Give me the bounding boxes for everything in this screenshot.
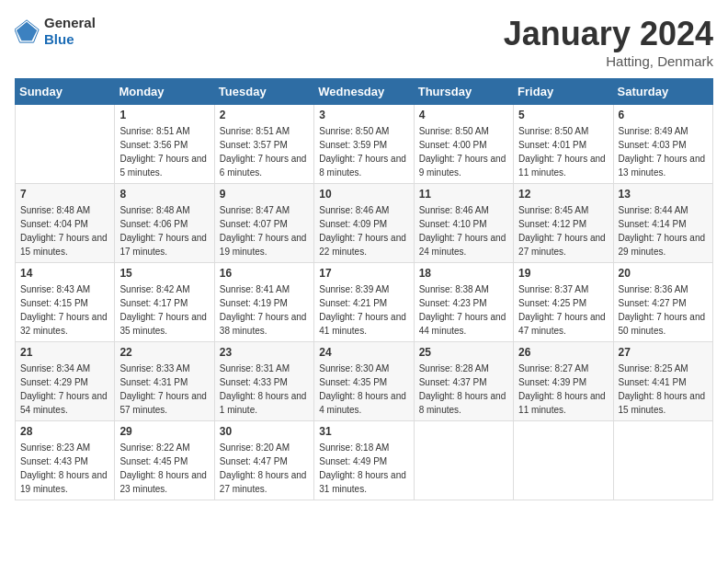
calendar-cell — [514, 421, 613, 500]
title-area: January 2024 Hatting, Denmark — [504, 15, 713, 69]
day-info: Sunrise: 8:22 AMSunset: 4:45 PMDaylight:… — [119, 441, 209, 496]
day-number: 18 — [419, 267, 508, 280]
calendar-cell — [613, 421, 712, 500]
calendar-cell: 1 Sunrise: 8:51 AMSunset: 3:56 PMDayligh… — [115, 105, 214, 184]
day-info: Sunrise: 8:36 AMSunset: 4:27 PMDaylight:… — [619, 282, 708, 338]
calendar-cell: 8 Sunrise: 8:48 AMSunset: 4:06 PMDayligh… — [115, 184, 214, 263]
day-info: Sunrise: 8:28 AMSunset: 4:37 PMDaylight:… — [419, 362, 508, 417]
calendar-cell: 31 Sunrise: 8:18 AMSunset: 4:49 PMDaylig… — [314, 421, 414, 500]
calendar-cell: 11 Sunrise: 8:46 AMSunset: 4:10 PMDaylig… — [414, 184, 513, 263]
day-info: Sunrise: 8:48 AMSunset: 4:06 PMDaylight:… — [119, 203, 209, 259]
day-number: 11 — [419, 188, 508, 201]
day-info: Sunrise: 8:38 AMSunset: 4:23 PMDaylight:… — [419, 282, 508, 338]
weekday-header-tuesday: Tuesday — [214, 79, 313, 105]
day-info: Sunrise: 8:25 AMSunset: 4:41 PMDaylight:… — [619, 362, 708, 417]
calendar-cell: 10 Sunrise: 8:46 AMSunset: 4:09 PMDaylig… — [314, 184, 414, 263]
day-number: 19 — [518, 267, 608, 280]
day-info: Sunrise: 8:42 AMSunset: 4:17 PMDaylight:… — [119, 282, 209, 338]
logo-general-text: General — [44, 15, 96, 30]
weekday-header-monday: Monday — [115, 79, 214, 105]
day-info: Sunrise: 8:50 AMSunset: 4:01 PMDaylight:… — [518, 124, 608, 179]
logo: General Blue — [15, 15, 96, 48]
day-info: Sunrise: 8:45 AMSunset: 4:12 PMDaylight:… — [518, 203, 608, 259]
calendar-cell: 30 Sunrise: 8:20 AMSunset: 4:47 PMDaylig… — [214, 421, 313, 500]
day-number: 8 — [119, 188, 209, 201]
calendar-cell: 4 Sunrise: 8:50 AMSunset: 4:00 PMDayligh… — [414, 105, 513, 184]
day-number: 6 — [619, 109, 708, 121]
day-number: 1 — [119, 109, 209, 121]
day-info: Sunrise: 8:46 AMSunset: 4:09 PMDaylight:… — [319, 203, 408, 259]
calendar-cell: 18 Sunrise: 8:38 AMSunset: 4:23 PMDaylig… — [414, 263, 513, 342]
calendar-cell: 28 Sunrise: 8:23 AMSunset: 4:43 PMDaylig… — [16, 421, 115, 500]
day-info: Sunrise: 8:37 AMSunset: 4:25 PMDaylight:… — [518, 282, 608, 338]
day-number: 21 — [20, 346, 109, 359]
day-number: 7 — [20, 188, 109, 201]
calendar-cell: 21 Sunrise: 8:34 AMSunset: 4:29 PMDaylig… — [16, 342, 115, 421]
day-number: 13 — [619, 188, 708, 201]
day-number: 17 — [319, 267, 408, 280]
day-info: Sunrise: 8:18 AMSunset: 4:49 PMDaylight:… — [319, 441, 408, 496]
day-info: Sunrise: 8:51 AMSunset: 3:56 PMDaylight:… — [119, 124, 209, 179]
day-info: Sunrise: 8:48 AMSunset: 4:04 PMDaylight:… — [20, 203, 109, 259]
calendar-cell: 25 Sunrise: 8:28 AMSunset: 4:37 PMDaylig… — [414, 342, 513, 421]
calendar-cell: 17 Sunrise: 8:39 AMSunset: 4:21 PMDaylig… — [314, 263, 414, 342]
calendar-cell: 2 Sunrise: 8:51 AMSunset: 3:57 PMDayligh… — [214, 105, 313, 184]
calendar-cell: 3 Sunrise: 8:50 AMSunset: 3:59 PMDayligh… — [314, 105, 414, 184]
day-info: Sunrise: 8:46 AMSunset: 4:10 PMDaylight:… — [419, 203, 508, 259]
day-number: 24 — [319, 346, 408, 359]
calendar-cell: 16 Sunrise: 8:41 AMSunset: 4:19 PMDaylig… — [214, 263, 313, 342]
day-number: 10 — [319, 188, 408, 201]
calendar-week-row: 28 Sunrise: 8:23 AMSunset: 4:43 PMDaylig… — [16, 421, 713, 500]
calendar-cell: 13 Sunrise: 8:44 AMSunset: 4:14 PMDaylig… — [613, 184, 712, 263]
day-number: 23 — [220, 346, 309, 359]
day-number: 20 — [619, 267, 708, 280]
calendar-cell: 23 Sunrise: 8:31 AMSunset: 4:33 PMDaylig… — [214, 342, 313, 421]
calendar-week-row: 1 Sunrise: 8:51 AMSunset: 3:56 PMDayligh… — [16, 105, 713, 184]
svg-marker-0 — [17, 22, 37, 41]
day-info: Sunrise: 8:30 AMSunset: 4:35 PMDaylight:… — [319, 362, 408, 417]
calendar-body: 1 Sunrise: 8:51 AMSunset: 3:56 PMDayligh… — [16, 105, 713, 500]
day-number: 2 — [220, 109, 309, 121]
month-title: January 2024 — [504, 15, 713, 53]
day-info: Sunrise: 8:44 AMSunset: 4:14 PMDaylight:… — [619, 203, 708, 259]
weekday-header-friday: Friday — [514, 79, 613, 105]
logo-blue-text: Blue — [44, 31, 74, 47]
calendar-cell: 6 Sunrise: 8:49 AMSunset: 4:03 PMDayligh… — [613, 105, 712, 184]
day-number: 30 — [220, 425, 309, 438]
day-number: 4 — [419, 109, 508, 121]
header: General Blue January 2024 Hatting, Denma… — [15, 15, 713, 69]
calendar-cell: 20 Sunrise: 8:36 AMSunset: 4:27 PMDaylig… — [613, 263, 712, 342]
calendar-cell: 19 Sunrise: 8:37 AMSunset: 4:25 PMDaylig… — [514, 263, 613, 342]
calendar-week-row: 21 Sunrise: 8:34 AMSunset: 4:29 PMDaylig… — [16, 342, 713, 421]
day-number: 3 — [319, 109, 408, 121]
weekday-header-saturday: Saturday — [613, 79, 712, 105]
calendar-cell: 9 Sunrise: 8:47 AMSunset: 4:07 PMDayligh… — [214, 184, 313, 263]
day-number: 16 — [220, 267, 309, 280]
day-info: Sunrise: 8:27 AMSunset: 4:39 PMDaylight:… — [518, 362, 608, 417]
calendar-header: SundayMondayTuesdayWednesdayThursdayFrid… — [16, 79, 713, 105]
day-info: Sunrise: 8:49 AMSunset: 4:03 PMDaylight:… — [619, 124, 708, 179]
day-info: Sunrise: 8:50 AMSunset: 3:59 PMDaylight:… — [319, 124, 408, 179]
weekday-header-row: SundayMondayTuesdayWednesdayThursdayFrid… — [16, 79, 713, 105]
day-info: Sunrise: 8:34 AMSunset: 4:29 PMDaylight:… — [20, 362, 109, 417]
calendar-cell: 24 Sunrise: 8:30 AMSunset: 4:35 PMDaylig… — [314, 342, 414, 421]
day-number: 26 — [518, 346, 608, 359]
day-info: Sunrise: 8:33 AMSunset: 4:31 PMDaylight:… — [119, 362, 209, 417]
calendar-cell: 14 Sunrise: 8:43 AMSunset: 4:15 PMDaylig… — [16, 263, 115, 342]
calendar-cell: 27 Sunrise: 8:25 AMSunset: 4:41 PMDaylig… — [613, 342, 712, 421]
calendar-cell: 5 Sunrise: 8:50 AMSunset: 4:01 PMDayligh… — [514, 105, 613, 184]
location-title: Hatting, Denmark — [504, 53, 713, 69]
calendar-week-row: 14 Sunrise: 8:43 AMSunset: 4:15 PMDaylig… — [16, 263, 713, 342]
day-number: 22 — [119, 346, 209, 359]
generalblue-logo-icon — [15, 18, 40, 44]
day-number: 5 — [518, 109, 608, 121]
day-number: 29 — [119, 425, 209, 438]
day-number: 14 — [20, 267, 109, 280]
calendar-week-row: 7 Sunrise: 8:48 AMSunset: 4:04 PMDayligh… — [16, 184, 713, 263]
calendar-cell: 26 Sunrise: 8:27 AMSunset: 4:39 PMDaylig… — [514, 342, 613, 421]
day-number: 15 — [119, 267, 209, 280]
day-info: Sunrise: 8:50 AMSunset: 4:00 PMDaylight:… — [419, 124, 508, 179]
calendar-table: SundayMondayTuesdayWednesdayThursdayFrid… — [15, 78, 713, 500]
weekday-header-thursday: Thursday — [414, 79, 513, 105]
day-number: 28 — [20, 425, 109, 438]
